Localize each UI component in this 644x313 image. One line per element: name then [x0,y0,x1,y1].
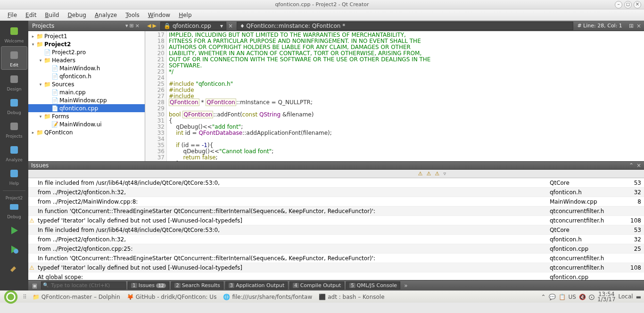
issue-row[interactable]: from ../Project2/MainWindow.cpp:8:MainWi… [28,197,644,206]
mode-welcome[interactable]: Welcome [1,23,27,45]
issue-row[interactable]: typedef 'Iterator' locally defined but n… [28,216,644,225]
filter-icon[interactable]: ▾ [125,23,128,29]
menu-window[interactable]: Window [144,11,174,19]
taskbar-task[interactable]: 🦊GitHub - dridk/QFontIcon: Us [125,293,219,301]
volume-icon[interactable]: 🔇 [579,294,586,300]
back-icon[interactable]: ◀ [147,23,151,29]
menu-edit[interactable]: Edit [22,11,40,19]
titlebar: qfonticon.cpp - Project2 - Qt Creator – … [0,0,644,9]
pane-title: Projects [32,23,54,29]
show-desktop-icon[interactable]: ▬ [636,294,641,300]
document-selector[interactable]: 🔒qfonticon.cpp▾ [160,22,226,30]
issue-row[interactable]: In function 'QtConcurrent::ThreadEngineS… [28,254,644,263]
tree-item[interactable]: ▸📁QFontIcon [28,128,145,136]
more-icon[interactable]: » [404,282,407,289]
menubar: FileEditBuildDebugAnalyzeToolsWindowHelp [0,9,644,21]
menu-file[interactable]: File [4,11,21,19]
tree-item[interactable]: ▾📁Headers [28,56,145,64]
window-title: qfonticon.cpp - Project2 - Qt Creator [275,1,369,8]
network-icon[interactable]: ⨀ [589,294,594,300]
minimize-button[interactable]: – [615,1,622,8]
output-toggle-icon[interactable]: ▣ [30,282,39,289]
issue-row[interactable]: from ../Project2/qfonticon.h:32,qfontico… [28,235,644,244]
output-tab-qml/js-console[interactable]: 5QML/JS Console [346,281,400,289]
run-button[interactable] [1,222,27,240]
kit-selector[interactable]: Project2Debug [1,194,27,221]
warn-filter-icon[interactable]: ⚠ [435,171,440,177]
fwd-icon[interactable]: ▶ [152,23,156,29]
line-col-indicator[interactable]: # Line: 28, Col: 1 [573,23,626,29]
mode-projects[interactable]: Projects [1,118,27,140]
issue-row[interactable]: In function 'QtConcurrent::ThreadEngineS… [28,206,644,216]
issue-row[interactable]: At global scope:qfonticon.cpp [28,272,644,280]
taskbar-task[interactable]: 📁QFontIcon-master – Dolphin [31,293,122,301]
code-editor[interactable]: 1718192021222324252627282930313233343536… [145,31,644,161]
maximize-button[interactable]: ◻ [624,1,632,8]
menu-help[interactable]: Help [175,11,195,19]
svg-rect-2 [10,75,18,83]
taskbar-task[interactable]: ⬛adt : bash – Konsole [317,293,386,301]
tree-item[interactable]: 📝MainWindow.ui [28,120,145,128]
mode-design[interactable]: Design [1,71,27,93]
close-editor-icon[interactable]: × [636,23,641,29]
mode-help[interactable]: Help [1,165,27,188]
expand-tray-icon[interactable]: ⌃ [541,294,545,300]
lock-icon: 🔒 [164,23,171,29]
funnel-icon[interactable]: ▿ [443,171,446,177]
clock[interactable]: 13:541/3/17 [597,292,616,302]
svg-rect-4 [10,123,18,130]
keyboard-layout[interactable]: US [569,294,576,300]
issues-header: Issues ⌃× [28,161,644,170]
collapse-icon[interactable]: ⌃ [629,162,634,169]
tree-item[interactable]: 📄qfonticon.cpp [28,104,145,112]
output-tab-issues[interactable]: 1Issues12 [128,281,169,289]
mode-debug[interactable]: Debug [1,94,27,117]
close-button[interactable]: × [634,1,641,8]
issue-row[interactable]: typedef 'Iterator' locally defined but n… [28,263,644,272]
taskbar-task[interactable]: 🌐file:///usr/share/fonts/fontaw [221,293,314,301]
close-pane-icon[interactable]: × [135,23,140,29]
tree-item[interactable]: ▾📁Forms [28,112,145,120]
tree-item[interactable]: ▾📁Project2 [28,40,145,48]
tree-item[interactable]: 📄MainWindow.cpp [28,96,145,104]
close-doc-icon[interactable]: × [226,23,235,29]
menu-build[interactable]: Build [41,11,63,19]
issue-row[interactable]: In file included from /usr/lib64/qt48/in… [28,178,644,188]
locator-input[interactable] [41,281,126,289]
clipboard-tray-icon[interactable]: 📋 [559,294,566,300]
bottom-bar: ▣ 1Issues122Search Results3Application O… [28,280,644,290]
tree-item[interactable]: ▾📁Sources [28,80,145,88]
output-tab-search-results[interactable]: 2Search Results [171,281,223,289]
start-button[interactable] [3,292,19,302]
warn-filter-icon[interactable]: ⚠ [418,171,423,177]
tree-item[interactable]: 📄MainWindow.h [28,64,145,72]
symbol-selector[interactable]: ♦ QFontIcon::mInstance: QFontIcon * [237,22,573,30]
editor-toolbar: Projects ▾⊞× ◀▶ 🔒qfonticon.cpp▾ × ♦ QFon… [28,21,644,31]
tree-item[interactable]: 📄Project2.pro [28,48,145,56]
close-issues-icon[interactable]: × [636,162,641,169]
build-button[interactable] [1,260,27,278]
mode-analyze[interactable]: Analyze [1,141,27,164]
issues-list[interactable]: In file included from /usr/lib64/qt48/in… [28,178,644,280]
svg-rect-7 [10,204,18,210]
tree-item[interactable]: ▸📁Project1 [28,32,145,40]
mode-edit[interactable]: Edit [1,46,27,70]
output-tab-compile-output[interactable]: 4Compile Output [289,281,344,289]
warn-filter-icon[interactable]: ⚠ [427,171,431,177]
issue-row[interactable]: In file included from /usr/lib64/qt48/in… [28,225,644,235]
split-editor-icon[interactable]: ⊞ [629,23,634,29]
split-icon[interactable]: ⊞ [130,23,134,29]
menu-analyze[interactable]: Analyze [91,11,121,19]
menu-debug[interactable]: Debug [64,11,90,19]
issues-toolbar: ⚠ ⚠ ⚠ ▿ [28,170,644,178]
issue-row[interactable]: from ../Project2/qfonticon.cpp:25:qfonti… [28,244,644,254]
projects-tree[interactable]: ▸📁Project1▾📁Project2📄Project2.pro▾📁Heade… [28,31,145,161]
menu-tools[interactable]: Tools [122,11,143,19]
issue-row[interactable]: from ../Project2/qfonticon.h:32,qfontico… [28,188,644,197]
output-tab-application-output[interactable]: 3Application Output [225,281,288,289]
tree-item[interactable]: 📄main.cpp [28,88,145,96]
chat-tray-icon[interactable]: 💬 [549,294,556,300]
debug-button[interactable] [1,241,27,259]
tree-item[interactable]: 📄qfonticon.h [28,72,145,80]
svg-rect-5 [10,146,18,154]
